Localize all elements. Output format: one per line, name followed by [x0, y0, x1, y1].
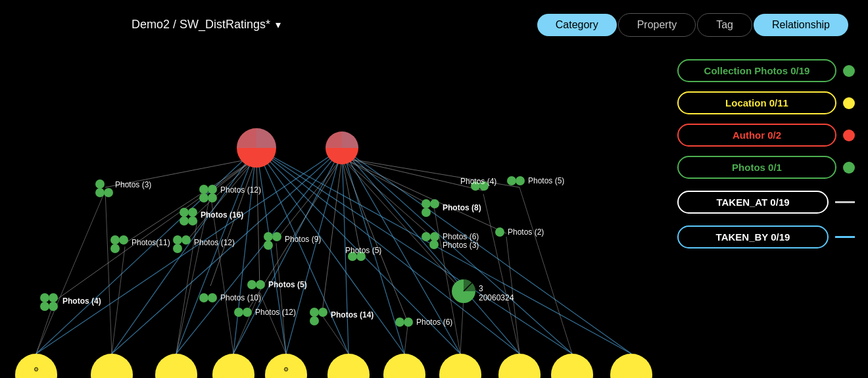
svg-text:Photos (14): Photos (14): [331, 310, 374, 319]
legend-collection-photos[interactable]: Collection Photos 0/19: [677, 59, 855, 82]
tab-tag[interactable]: Tag: [697, 13, 752, 37]
photo-node[interactable]: [180, 216, 189, 225]
photo-node[interactable]: [430, 232, 439, 241]
photo-node[interactable]: [264, 241, 273, 250]
graph-area: Photos (3) Photos (12) Photos (16) Photo…: [0, 49, 677, 378]
photo-node[interactable]: [272, 232, 281, 241]
svg-line-9: [256, 148, 572, 354]
photo-node[interactable]: [40, 293, 49, 302]
photo-node[interactable]: [49, 302, 58, 311]
tab-category[interactable]: Category: [537, 14, 617, 36]
svg-line-57: [342, 158, 464, 293]
tab-property[interactable]: Property: [618, 13, 696, 37]
svg-line-55: [342, 158, 519, 187]
photo-node[interactable]: [495, 227, 504, 237]
taken-by-line: [835, 236, 855, 238]
legend-taken-by[interactable]: TAKEN_BY 0/19: [677, 225, 855, 248]
location-node-springdale[interactable]: [212, 354, 254, 378]
location-node-ely2[interactable]: [551, 354, 593, 378]
photo-node[interactable]: [119, 235, 128, 245]
photo-node[interactable]: [430, 199, 439, 208]
svg-line-32: [404, 325, 408, 354]
photo-node[interactable]: [110, 235, 120, 245]
svg-line-53: [342, 158, 483, 191]
photo-node[interactable]: [256, 280, 265, 289]
photo-node[interactable]: [507, 176, 516, 185]
photo-node[interactable]: [422, 208, 431, 217]
legend-taken-at[interactable]: TAKEN_AT 0/19: [677, 191, 855, 214]
header: Demo2 / SW_DistRatings* ▾ Category Prope…: [0, 0, 868, 49]
legend-photos-dot: [843, 162, 855, 174]
legend-location-dot: [843, 97, 855, 109]
svg-text:20060324: 20060324: [479, 293, 514, 302]
photo-node[interactable]: [180, 208, 189, 217]
photo-node[interactable]: [422, 199, 431, 208]
location-node-page2[interactable]: [327, 354, 370, 378]
svg-line-25: [210, 194, 233, 354]
svg-line-31: [322, 316, 349, 354]
photo-node[interactable]: [348, 252, 357, 261]
legend-author[interactable]: Author 0/2: [677, 124, 855, 147]
legend-photos[interactable]: Photos 0/1: [677, 156, 855, 179]
tab-relationship[interactable]: Relationship: [754, 14, 848, 36]
photo-node[interactable]: [181, 235, 191, 245]
photo-node[interactable]: [188, 216, 197, 225]
photo-node[interactable]: [422, 232, 431, 241]
location-node-page3[interactable]: [439, 354, 481, 378]
svg-line-16: [342, 148, 349, 354]
photo-node[interactable]: [95, 179, 105, 189]
photo-node[interactable]: [104, 188, 113, 197]
photo-node[interactable]: [40, 302, 49, 311]
svg-text:Photos (6): Photos (6): [416, 318, 452, 327]
svg-line-20: [342, 148, 572, 354]
photo-node[interactable]: [395, 318, 404, 327]
photo-node[interactable]: [173, 235, 182, 245]
legend-photos-label: Photos 0/1: [677, 156, 836, 179]
svg-line-35: [519, 187, 572, 354]
legend-location[interactable]: Location 0/11: [677, 91, 855, 114]
svg-text:Photos (8): Photos (8): [443, 203, 481, 212]
location-node-cedarcity[interactable]: [610, 354, 652, 378]
photo-node[interactable]: [234, 308, 243, 317]
svg-text:⚙: ⚙: [34, 366, 39, 373]
photo-node[interactable]: [247, 280, 256, 289]
photo-node[interactable]: [110, 244, 120, 253]
photo-node[interactable]: [208, 185, 217, 194]
photo-node[interactable]: [208, 193, 217, 202]
location-node-ely1[interactable]: [498, 354, 541, 378]
photo-node[interactable]: [310, 316, 319, 325]
svg-line-45: [53, 158, 256, 302]
svg-text:Photos (6): Photos (6): [443, 232, 479, 241]
photo-node[interactable]: [471, 181, 480, 191]
photo-node[interactable]: [264, 232, 273, 241]
photo-node[interactable]: [49, 293, 58, 302]
photo-node[interactable]: [356, 252, 366, 261]
svg-text:Photos (12): Photos (12): [255, 308, 296, 317]
photo-node[interactable]: [318, 308, 327, 317]
svg-line-41: [187, 158, 256, 240]
photo-node[interactable]: [199, 185, 208, 194]
svg-text:Photos (3): Photos (3): [443, 241, 479, 250]
photo-node[interactable]: [95, 188, 105, 197]
photo-node[interactable]: [429, 240, 439, 249]
photo-node[interactable]: [516, 176, 525, 185]
photo-node[interactable]: [404, 318, 413, 327]
photo-node[interactable]: [310, 308, 319, 317]
photo-node[interactable]: [208, 293, 217, 302]
location-node-furnace2[interactable]: [91, 354, 133, 378]
location-node-lonepine[interactable]: [383, 354, 425, 378]
photo-node[interactable]: [243, 308, 252, 317]
dropdown-arrow-icon[interactable]: ▾: [276, 18, 281, 31]
photo-node[interactable]: [173, 244, 182, 253]
photo-node[interactable]: [199, 293, 208, 302]
photo-node[interactable]: [479, 181, 489, 191]
location-node-beatty[interactable]: [155, 354, 197, 378]
svg-text:Photos (9): Photos (9): [285, 235, 321, 244]
legend-location-label: Location 0/11: [677, 91, 836, 114]
photo-node[interactable]: [199, 193, 208, 202]
svg-line-23: [105, 191, 112, 354]
legend-author-dot: [843, 130, 855, 141]
svg-text:Photos (5): Photos (5): [268, 280, 307, 289]
svg-line-30: [260, 293, 286, 354]
photo-node[interactable]: [188, 208, 197, 217]
